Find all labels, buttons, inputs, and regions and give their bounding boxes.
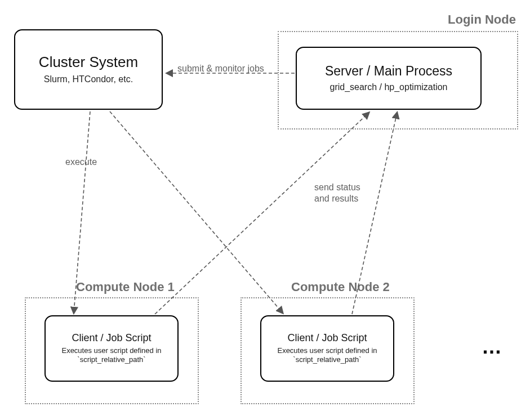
client2-title: Client / Job Script xyxy=(287,332,367,344)
ellipsis: … xyxy=(482,335,503,359)
server-title: Server / Main Process xyxy=(325,64,452,78)
client2-subtitle: Executes user script defined in `script_… xyxy=(267,346,388,365)
compute1-label: Compute Node 1 xyxy=(76,280,175,294)
server-subtitle: grid_search / hp_optimization xyxy=(329,82,447,93)
client1-box: Client / Job Script Executes user script… xyxy=(44,315,179,382)
cluster-system-title: Cluster System xyxy=(39,54,138,71)
client2-box: Client / Job Script Executes user script… xyxy=(260,315,394,382)
edge-label-execute: execute xyxy=(65,157,97,168)
edge-label-submit: submit & monitor jobs xyxy=(177,63,264,74)
server-box: Server / Main Process grid_search / hp_o… xyxy=(296,47,482,110)
client1-title: Client / Job Script xyxy=(72,332,151,344)
cluster-system-subtitle: Slurm, HTCondor, etc. xyxy=(44,74,133,85)
client1-subtitle: Executes user script defined in `script_… xyxy=(51,346,172,365)
cluster-system-box: Cluster System Slurm, HTCondor, etc. xyxy=(14,29,163,110)
login-node-label: Login Node xyxy=(448,12,516,27)
edge-label-status: send status and results xyxy=(314,182,360,204)
compute2-label: Compute Node 2 xyxy=(291,280,390,294)
